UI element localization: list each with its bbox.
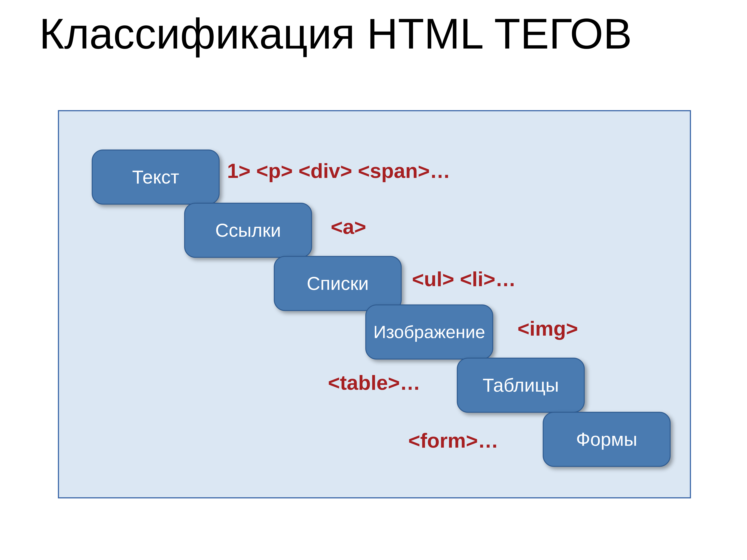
chip-text-label: Текст [132, 167, 179, 187]
chip-lists-label: Списки [307, 274, 369, 293]
chip-forms: Формы [543, 412, 671, 467]
chip-image-label: Изображение [373, 323, 485, 341]
tags-forms: <form>… [408, 429, 498, 452]
slide-title: Классификация HTML ТЕГОВ [39, 11, 674, 56]
tags-text: 1> <p> <div> <span>… [227, 159, 450, 183]
chip-tables-label: Таблицы [483, 375, 559, 395]
diagram-panel: 1> <p> <div> <span>… Текст <a> Ссылки <u… [58, 110, 691, 499]
slide: Классификация HTML ТЕГОВ 1> <p> <div> <s… [0, 0, 747, 560]
tags-lists: <ul> <li>… [412, 267, 516, 291]
tags-tables: <table>… [328, 371, 420, 394]
chip-links: Ссылки [184, 203, 312, 258]
chip-text: Текст [92, 150, 220, 205]
chip-forms-label: Формы [576, 429, 637, 449]
chip-tables: Таблицы [457, 358, 585, 413]
chip-image: Изображение [365, 304, 493, 359]
tags-links: <a> [331, 215, 366, 239]
tags-image: <img> [517, 317, 578, 340]
chip-links-label: Ссылки [215, 220, 281, 240]
chip-lists: Списки [274, 256, 402, 311]
